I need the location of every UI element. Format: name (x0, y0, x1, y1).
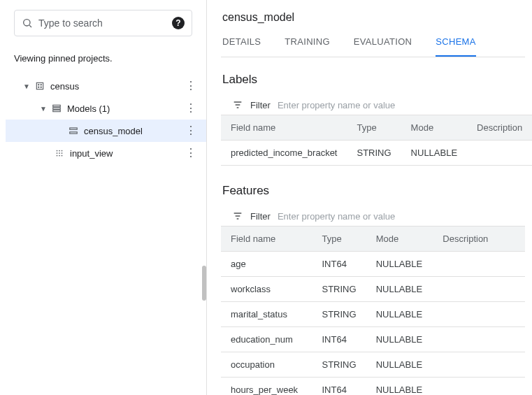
labels-filter-input[interactable] (278, 100, 525, 110)
model-icon (67, 126, 80, 136)
svg-rect-8 (53, 108, 61, 109)
svg-rect-2 (36, 82, 43, 89)
tab-details[interactable]: DETAILS (222, 36, 261, 57)
cell-mode: NULLABLE (366, 302, 433, 327)
search-input[interactable] (38, 17, 172, 29)
kebab-icon[interactable]: ⋮ (181, 125, 201, 136)
cell-type: STRING (312, 302, 366, 327)
cell-field: occupation (221, 352, 312, 378)
kebab-icon[interactable]: ⋮ (181, 148, 201, 159)
tree-node-label: input_view (70, 148, 181, 159)
tree-node-label: census (50, 81, 181, 92)
viewing-pinned-label: Viewing pinned projects. (14, 53, 192, 64)
features-section: Features Filter Field name Type Mode Des… (221, 184, 525, 395)
kebab-icon[interactable]: ⋮ (181, 80, 201, 92)
svg-point-6 (41, 87, 41, 87)
models-group-icon (50, 103, 63, 113)
filter-label: Filter (250, 211, 271, 222)
page-title: census_model (221, 11, 525, 24)
tab-training[interactable]: TRAINING (285, 36, 330, 57)
cell-desc (433, 252, 525, 277)
labels-table: Field name Type Mode Description predict… (221, 115, 532, 166)
svg-point-13 (59, 150, 60, 152)
filter-icon[interactable] (232, 210, 243, 222)
cell-mode: NULLABLE (366, 378, 433, 396)
col-type: Type (347, 115, 401, 141)
sidebar-scrollbar[interactable] (202, 266, 206, 301)
cell-desc (433, 378, 525, 396)
svg-point-0 (24, 20, 30, 26)
cell-field: marital_status (221, 302, 312, 327)
svg-rect-7 (53, 105, 61, 106)
sidebar: ? Viewing pinned projects. ▼ census ⋮ ▼ … (0, 0, 207, 395)
table-row: occupationSTRINGNULLABLE (221, 352, 525, 378)
tab-schema[interactable]: SCHEMA (436, 36, 475, 57)
col-mode: Mode (401, 115, 467, 141)
tree-node-models-group[interactable]: ▼ Models (1) ⋮ (6, 97, 206, 120)
project-tree: ▼ census ⋮ ▼ Models (1) ⋮ census_mo (0, 75, 206, 164)
main-content: census_model DETAILS TRAINING EVALUATION… (207, 0, 532, 395)
tree-node-label: Models (1) (67, 103, 181, 114)
cell-type: STRING (312, 277, 366, 302)
cell-field: workclass (221, 277, 312, 302)
svg-point-14 (62, 150, 63, 152)
tree-node-label: census_model (84, 126, 181, 136)
labels-section: Labels Filter Field name Type Mode Descr… (221, 73, 525, 166)
cell-type: INT64 (312, 252, 366, 277)
tree-node-view[interactable]: input_view ⋮ (6, 142, 206, 164)
help-icon[interactable]: ? (172, 17, 185, 29)
table-row: predicted_income_bracketSTRINGNULLABLE (221, 141, 532, 166)
svg-point-17 (62, 152, 63, 154)
svg-point-3 (38, 85, 39, 85)
tabs: DETAILS TRAINING EVALUATION SCHEMA (221, 36, 525, 57)
features-filter-row: Filter (221, 206, 525, 226)
chevron-down-icon[interactable]: ▼ (36, 105, 50, 113)
svg-point-19 (59, 155, 60, 157)
cell-desc (433, 352, 525, 378)
cell-type: STRING (312, 352, 366, 378)
col-type: Type (312, 227, 366, 252)
cell-field: hours_per_week (221, 378, 312, 396)
cell-desc (433, 302, 525, 327)
features-heading: Features (222, 184, 525, 198)
col-field: Field name (221, 227, 312, 252)
table-row: education_numINT64NULLABLE (221, 327, 525, 352)
cell-type: INT64 (312, 327, 366, 352)
tree-node-project[interactable]: ▼ census ⋮ (6, 75, 206, 97)
table-header-row: Field name Type Mode Description (221, 115, 532, 141)
cell-desc (467, 141, 532, 166)
cell-mode: NULLABLE (366, 252, 433, 277)
svg-line-1 (29, 25, 31, 27)
cell-mode: NULLABLE (366, 352, 433, 378)
col-desc: Description (467, 115, 532, 141)
svg-point-15 (57, 152, 58, 154)
chevron-down-icon[interactable]: ▼ (20, 82, 34, 90)
cell-field: education_num (221, 327, 312, 352)
filter-icon[interactable] (232, 99, 243, 110)
tab-evaluation[interactable]: EVALUATION (354, 36, 412, 57)
svg-rect-11 (70, 132, 78, 134)
svg-point-4 (41, 85, 41, 85)
cell-desc (433, 277, 525, 302)
view-icon (53, 148, 66, 158)
svg-point-18 (57, 155, 58, 157)
cell-mode: NULLABLE (366, 327, 433, 352)
cell-field: age (221, 252, 312, 277)
table-row: ageINT64NULLABLE (221, 252, 525, 277)
labels-filter-row: Filter (221, 95, 525, 115)
kebab-icon[interactable]: ⋮ (181, 103, 201, 114)
table-row: workclassSTRINGNULLABLE (221, 277, 525, 302)
table-row: marital_statusSTRINGNULLABLE (221, 302, 525, 327)
features-filter-input[interactable] (278, 211, 525, 222)
svg-point-5 (38, 87, 39, 87)
cell-mode: NULLABLE (366, 277, 433, 302)
cell-desc (433, 327, 525, 352)
tree-node-model[interactable]: census_model ⋮ (6, 120, 206, 142)
svg-point-12 (57, 150, 58, 152)
cell-mode: NULLABLE (401, 141, 467, 166)
svg-point-16 (59, 152, 60, 154)
table-header-row: Field name Type Mode Description (221, 227, 525, 252)
features-table: Field name Type Mode Description ageINT6… (221, 226, 525, 395)
cell-field: predicted_income_bracket (221, 141, 347, 166)
table-row: hours_per_weekINT64NULLABLE (221, 378, 525, 396)
